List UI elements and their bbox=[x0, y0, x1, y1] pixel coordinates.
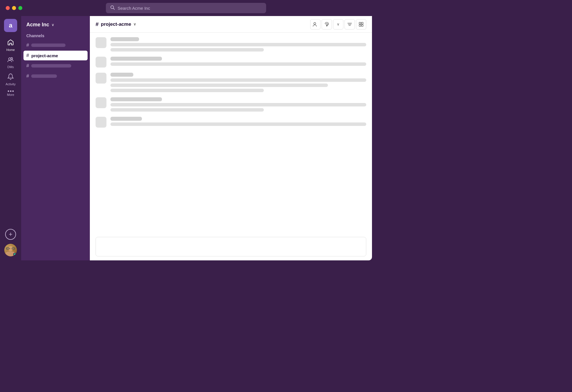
hash-icon: # bbox=[26, 73, 29, 79]
message-text-placeholder bbox=[110, 89, 264, 92]
svg-point-2 bbox=[9, 58, 11, 60]
message-text-placeholder bbox=[110, 108, 264, 112]
message-input-area bbox=[90, 233, 372, 260]
online-status-indicator bbox=[13, 253, 17, 256]
message-row bbox=[96, 97, 366, 112]
message-avatar bbox=[96, 117, 106, 128]
filter-button[interactable] bbox=[345, 19, 355, 29]
sidebar-item-activity[interactable]: Activity bbox=[0, 71, 21, 88]
message-name-placeholder bbox=[110, 37, 139, 41]
minimize-button[interactable] bbox=[12, 6, 16, 10]
workspace-icon[interactable]: a bbox=[4, 19, 17, 32]
svg-rect-12 bbox=[361, 25, 363, 26]
activity-icon bbox=[7, 73, 14, 81]
svg-rect-10 bbox=[361, 22, 363, 24]
plus-icon: + bbox=[9, 231, 13, 238]
message-content bbox=[110, 57, 366, 66]
message-content bbox=[110, 37, 366, 52]
hash-icon: # bbox=[26, 63, 29, 69]
message-avatar bbox=[96, 57, 106, 68]
workspace-header[interactable]: Acme Inc ∨ bbox=[21, 22, 90, 28]
svg-rect-9 bbox=[359, 22, 361, 24]
close-button[interactable] bbox=[6, 6, 10, 10]
maximize-button[interactable] bbox=[18, 6, 22, 10]
svg-rect-11 bbox=[359, 25, 361, 26]
channel-item[interactable]: # bbox=[23, 40, 88, 50]
message-text-placeholder bbox=[110, 48, 264, 52]
icon-sidebar: a Home DMs bbox=[0, 16, 21, 260]
message-row bbox=[96, 37, 366, 52]
message-input[interactable] bbox=[96, 237, 366, 256]
message-text-placeholder bbox=[110, 103, 366, 106]
message-content bbox=[110, 117, 366, 126]
title-bar: Search Acme Inc bbox=[0, 0, 372, 16]
dms-icon bbox=[7, 56, 14, 64]
channel-header: # project-acme ∨ bbox=[90, 16, 372, 33]
message-row bbox=[96, 73, 366, 92]
window-controls bbox=[6, 6, 22, 10]
message-name-placeholder bbox=[110, 97, 162, 101]
header-actions: ∨ bbox=[310, 19, 366, 29]
hash-icon: # bbox=[26, 53, 29, 58]
message-avatar bbox=[96, 73, 106, 84]
message-name-placeholder bbox=[110, 73, 133, 77]
message-text-placeholder bbox=[110, 62, 366, 66]
message-text-placeholder bbox=[110, 122, 366, 126]
channel-name-placeholder bbox=[31, 74, 57, 78]
channel-name-heading: project-acme bbox=[101, 21, 131, 27]
svg-point-5 bbox=[326, 24, 327, 25]
channel-name-placeholder bbox=[31, 43, 66, 47]
message-text-placeholder bbox=[110, 43, 366, 46]
activity-label: Activity bbox=[6, 82, 16, 86]
hash-icon: # bbox=[26, 42, 29, 48]
message-name-placeholder bbox=[110, 57, 162, 61]
members-button[interactable] bbox=[310, 19, 320, 29]
more-icon bbox=[8, 90, 14, 92]
channel-item[interactable]: # bbox=[23, 61, 88, 71]
message-content bbox=[110, 73, 366, 92]
message-avatar bbox=[96, 97, 106, 108]
channel-sidebar: Acme Inc ∨ Channels # # project-acme # # bbox=[21, 16, 90, 260]
search-bar[interactable]: Search Acme Inc bbox=[106, 3, 266, 13]
channel-dropdown-icon[interactable]: ∨ bbox=[133, 22, 136, 26]
channel-name-placeholder bbox=[31, 64, 71, 68]
message-text-placeholder bbox=[110, 84, 328, 87]
svg-line-1 bbox=[113, 8, 114, 9]
add-workspace-button[interactable]: + bbox=[5, 229, 16, 240]
sidebar-item-home[interactable]: Home bbox=[0, 37, 21, 54]
sidebar-item-dms[interactable]: DMs bbox=[0, 54, 21, 71]
svg-point-4 bbox=[314, 22, 316, 24]
svg-point-3 bbox=[11, 58, 13, 59]
channels-section-label: Channels bbox=[21, 33, 90, 38]
main-content: # project-acme ∨ bbox=[90, 16, 372, 260]
workspace-name: Acme Inc bbox=[26, 22, 49, 28]
sidebar-item-more[interactable]: More bbox=[0, 88, 21, 99]
more-label: More bbox=[7, 93, 14, 96]
channel-item[interactable]: # bbox=[23, 71, 88, 81]
canvas-button[interactable] bbox=[356, 19, 366, 29]
channel-name: project-acme bbox=[31, 53, 85, 58]
home-icon bbox=[7, 39, 14, 47]
search-placeholder: Search Acme Inc bbox=[118, 6, 150, 11]
channel-item-project-acme[interactable]: # project-acme bbox=[23, 51, 88, 60]
header-dropdown-button[interactable]: ∨ bbox=[333, 19, 343, 29]
home-label: Home bbox=[6, 48, 15, 52]
message-row bbox=[96, 117, 366, 128]
channel-hash-icon: # bbox=[96, 21, 99, 27]
messages-area bbox=[90, 33, 372, 233]
message-avatar bbox=[96, 37, 106, 48]
user-avatar[interactable] bbox=[4, 244, 17, 256]
workspace-dropdown-icon: ∨ bbox=[52, 23, 54, 27]
channel-list: # # project-acme # # bbox=[21, 40, 90, 81]
message-name-placeholder bbox=[110, 117, 142, 121]
channel-title: # project-acme ∨ bbox=[96, 21, 136, 27]
search-icon bbox=[110, 5, 115, 11]
huddle-button[interactable] bbox=[322, 19, 332, 29]
dms-label: DMs bbox=[7, 65, 14, 69]
message-text-placeholder bbox=[110, 78, 366, 82]
main-layout: a Home DMs bbox=[0, 16, 372, 260]
message-content bbox=[110, 97, 366, 112]
message-row bbox=[96, 57, 366, 68]
